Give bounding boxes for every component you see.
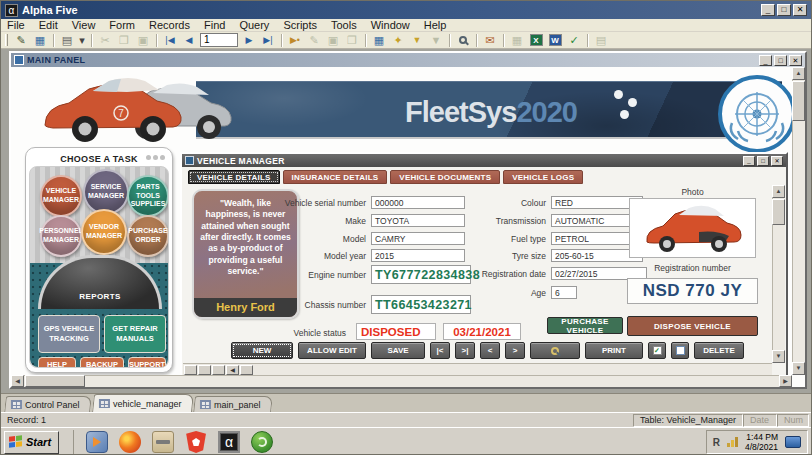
menu-view[interactable]: View	[72, 19, 96, 31]
app-maximize-button[interactable]: □	[777, 4, 791, 16]
find-table-icon[interactable]: ▦	[371, 33, 387, 48]
export-icon[interactable]: ▦	[509, 33, 525, 48]
next-record-icon[interactable]: ▶	[241, 33, 257, 48]
backup-button[interactable]: BACKUP	[80, 357, 124, 368]
search-record-button[interactable]	[530, 342, 580, 359]
menu-window[interactable]: Window	[371, 19, 410, 31]
tray-blue-icon[interactable]	[785, 436, 801, 448]
menu-find[interactable]: Find	[204, 19, 225, 31]
menu-records[interactable]: Records	[149, 19, 190, 31]
zoom-search-icon[interactable]	[455, 33, 471, 48]
word-icon[interactable]: W	[547, 33, 563, 48]
vehicle-manager-button[interactable]: VEHICLE MANAGER	[40, 175, 82, 217]
vehicle-status-field[interactable]: DISPOSED	[356, 323, 436, 340]
brave-icon[interactable]	[185, 431, 207, 453]
vm-vertical-scrollbar[interactable]: ▲ ▼	[772, 185, 785, 363]
vm-hscroll-thumb[interactable]	[240, 365, 253, 375]
paste-icon[interactable]: ▣	[135, 33, 151, 48]
first-record-icon[interactable]: |◀	[162, 33, 178, 48]
tab-control-panel[interactable]: Control Panel	[4, 396, 91, 412]
start-button[interactable]: Start	[4, 431, 59, 454]
mail-icon[interactable]: ✉	[482, 33, 498, 48]
mp-scroll-up-icon[interactable]: ▲	[792, 67, 805, 80]
filter-icon[interactable]: ▼	[409, 33, 425, 48]
support-button[interactable]: SUPPORT	[128, 357, 166, 368]
square-button[interactable]	[671, 342, 689, 359]
mp-scroll-down-icon[interactable]: ▼	[792, 362, 805, 375]
status-date-field[interactable]: 03/21/2021	[443, 323, 521, 340]
print-icon[interactable]: ▤	[59, 33, 75, 48]
menu-file[interactable]: File	[7, 19, 25, 31]
help-button[interactable]: HELP	[38, 357, 76, 368]
main-panel-horizontal-scrollbar[interactable]: ◀ ▶	[11, 375, 792, 387]
print-button[interactable]: PRINT	[585, 342, 643, 359]
purchase-order-button[interactable]: PURCHASE ORDER	[127, 215, 169, 257]
green-app-icon[interactable]	[251, 431, 273, 453]
save-button[interactable]: SAVE	[371, 342, 425, 359]
vm-pane-box[interactable]	[212, 365, 225, 375]
favorites-icon[interactable]: ✦	[390, 33, 406, 48]
first-record-button[interactable]: |<	[430, 342, 450, 359]
new-button[interactable]: NEW	[231, 342, 293, 359]
tab-vehicle-manager-doc[interactable]: vehicle_manager	[92, 394, 193, 412]
spellcheck-icon[interactable]: ✓	[566, 33, 582, 48]
record-number-input[interactable]: 1	[200, 33, 238, 47]
main-panel-titlebar[interactable]: MAIN PANEL _ □ ✕	[11, 53, 805, 67]
edit-record-icon[interactable]: ✎	[306, 33, 322, 48]
prev-record-button[interactable]: <	[480, 342, 500, 359]
print-manager-icon[interactable]	[152, 431, 174, 453]
purchase-vehicle-button[interactable]: PURCHASE VEHICLE	[547, 317, 623, 334]
table-icon[interactable]: ▦	[32, 33, 48, 48]
menu-scripts[interactable]: Scripts	[283, 19, 317, 31]
vm-scroll-down-icon[interactable]: ▼	[772, 350, 785, 363]
vm-maximize-button[interactable]: □	[757, 156, 769, 166]
allow-edit-button[interactable]: ALLOW EDIT	[298, 342, 366, 359]
app-close-button[interactable]: ✕	[793, 4, 807, 16]
excel-icon[interactable]: X	[528, 33, 544, 48]
main-panel-maximize-button[interactable]: □	[774, 55, 787, 66]
firefox-icon[interactable]	[119, 431, 141, 453]
vm-vscroll-thumb[interactable]	[772, 199, 785, 225]
save-record-icon[interactable]: ▣	[325, 33, 341, 48]
age-field[interactable]: 6	[551, 286, 577, 299]
sort-icon[interactable]: ▼	[428, 33, 444, 48]
repair-manuals-button[interactable]: GET REPAIR MANUALS	[104, 315, 166, 353]
menu-query[interactable]: Query	[239, 19, 269, 31]
edit-icon[interactable]: ✎	[13, 33, 29, 48]
mp-scroll-right-icon[interactable]: ▶	[779, 375, 792, 387]
last-record-button[interactable]: >|	[455, 342, 475, 359]
cancel-record-icon[interactable]: ❐	[344, 33, 360, 48]
prev-record-icon[interactable]: ◀	[181, 33, 197, 48]
vendor-manager-button[interactable]: VENDOR MANAGER	[81, 209, 127, 255]
calculator-icon[interactable]: ▤	[593, 33, 609, 48]
vm-close-button[interactable]: ✕	[771, 156, 783, 166]
tab-vehicle-details[interactable]: VEHICLE DETAILS	[188, 170, 280, 184]
vm-pane-box[interactable]	[198, 365, 211, 375]
menu-edit[interactable]: Edit	[39, 19, 58, 31]
tray-chart-icon[interactable]	[727, 437, 738, 447]
delete-button[interactable]: DELETE	[694, 342, 744, 359]
menu-tools[interactable]: Tools	[331, 19, 357, 31]
goto-record-icon[interactable]: ▶•	[287, 33, 303, 48]
vm-scroll-left-icon[interactable]: ◀	[226, 365, 239, 375]
mp-scroll-left-icon[interactable]: ◀	[11, 375, 24, 387]
main-panel-close-button[interactable]: ✕	[789, 55, 802, 66]
vm-pane-box[interactable]	[184, 365, 197, 375]
cut-icon[interactable]: ✂	[97, 33, 113, 48]
registration-number-field[interactable]: NSD 770 JY	[627, 278, 758, 304]
print-dropdown-icon[interactable]: ▾	[78, 33, 86, 48]
tab-main-panel-doc[interactable]: main_panel	[193, 396, 272, 412]
toolbar-grip[interactable]	[5, 34, 8, 46]
mp-vscroll-thumb[interactable]	[792, 81, 805, 121]
copy-icon[interactable]: ❐	[116, 33, 132, 48]
menu-help[interactable]: Help	[424, 19, 447, 31]
alpha-five-icon[interactable]: α	[218, 431, 240, 453]
main-panel-vertical-scrollbar[interactable]: ▲ ▼	[792, 67, 805, 375]
tab-insurance-details[interactable]: INSURANCE DETAILS	[283, 170, 388, 184]
main-panel-minimize-button[interactable]: _	[759, 55, 772, 66]
tab-vehicle-documents[interactable]: VEHICLE DOCUMENTS	[390, 170, 500, 184]
vm-scroll-up-icon[interactable]: ▲	[772, 185, 785, 198]
tab-vehicle-logs[interactable]: VEHICLE LOGS	[503, 170, 583, 184]
vehicle-manager-titlebar[interactable]: VEHICLE MANAGER _ □ ✕	[182, 154, 786, 167]
gps-tracking-button[interactable]: GPS VEHICLE TRACKING	[38, 315, 100, 353]
